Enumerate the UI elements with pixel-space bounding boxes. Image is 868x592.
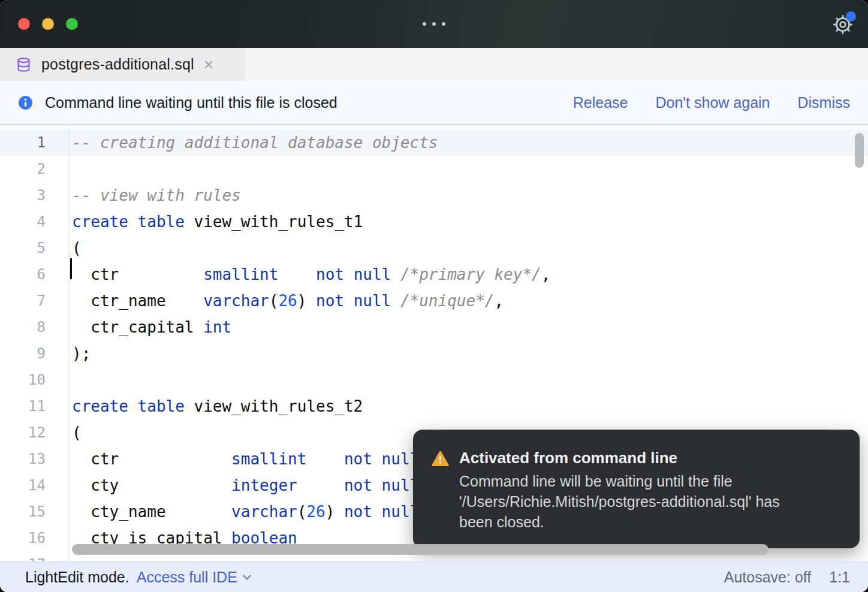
line-number: 16 [0, 525, 69, 551]
line-number: 5 [0, 235, 69, 261]
code-line: ctr_name varchar(26) not null /*unique*/… [72, 288, 868, 314]
tab-bar: postgres-additional.sql × [0, 48, 868, 81]
info-icon [18, 95, 33, 110]
code-line: create table view_with_rules_t2 [72, 393, 868, 419]
line-number: 13 [0, 446, 69, 472]
line-number: 15 [0, 499, 69, 525]
settings-button[interactable] [831, 13, 855, 37]
code-line: ctr_capital int [72, 314, 868, 340]
code-line: ctr smallint not null /*primary key*/, [72, 261, 868, 288]
horizontal-scrollbar[interactable] [72, 544, 768, 555]
code-line: ( [72, 235, 868, 261]
line-number: 9 [0, 340, 69, 367]
caret-position-widget[interactable]: 1:1 [829, 569, 850, 586]
line-number: 3 [0, 182, 69, 209]
line-number: 17 [0, 551, 69, 561]
code-line: -- creating additional database objects [72, 129, 868, 156]
database-icon [16, 56, 32, 74]
line-number: 14 [0, 472, 69, 499]
access-full-ide-link[interactable]: Access full IDE [137, 569, 252, 586]
line-number: 12 [0, 419, 69, 446]
chevron-down-icon [242, 573, 252, 581]
tab-title: postgres-additional.sql [41, 56, 194, 73]
code-line [72, 156, 868, 182]
gutter: 1234567891011121314151617 [0, 125, 70, 561]
line-number: 7 [0, 288, 69, 314]
text-caret [70, 258, 72, 279]
banner-actions: Release Don't show again Dismiss [573, 94, 850, 111]
line-number: 11 [0, 393, 69, 419]
line-number: 6 [0, 261, 69, 288]
lightedit-mode-label: LightEdit mode. [25, 569, 129, 586]
close-tab-icon[interactable]: × [204, 56, 213, 73]
status-right-widgets: Autosave: off 1:1 [724, 569, 850, 586]
code-line [72, 367, 868, 393]
notification-badge [846, 11, 856, 22]
zoom-window-button[interactable] [66, 18, 78, 30]
warning-icon [432, 451, 449, 467]
status-bar: LightEdit mode. Access full IDE Autosave… [0, 561, 868, 592]
ellipsis-icon [423, 22, 445, 26]
toast-body: Command line will be waiting until the f… [459, 471, 780, 532]
toast-title: Activated from command line [459, 448, 780, 468]
vertical-scrollbar[interactable] [855, 133, 864, 168]
line-number: 1 [0, 129, 69, 156]
line-number: 2 [0, 156, 69, 182]
title-bar [0, 0, 868, 48]
close-window-button[interactable] [18, 18, 30, 30]
code-line: create table view_with_rules_t1 [72, 209, 868, 235]
minimize-window-button[interactable] [42, 18, 54, 30]
dismiss-link[interactable]: Dismiss [798, 94, 851, 111]
banner-message: Command line waiting until this file is … [45, 94, 573, 111]
autosave-status[interactable]: Autosave: off [724, 569, 811, 586]
notification-banner: Command line waiting until this file is … [0, 81, 868, 125]
tab-postgres-additional-sql[interactable]: postgres-additional.sql × [0, 48, 245, 81]
ide-window: postgres-additional.sql × Command line w… [0, 0, 868, 592]
dont-show-again-link[interactable]: Don't show again [655, 94, 770, 111]
code-line: ); [72, 340, 868, 367]
traffic-lights [18, 18, 78, 30]
line-number: 8 [0, 314, 69, 340]
toast-notification[interactable]: Activated from command line Command line… [413, 430, 860, 548]
code-line: -- view with rules [72, 182, 868, 209]
line-number: 10 [0, 367, 69, 393]
line-number: 4 [0, 209, 69, 235]
toast-text: Activated from command line Command line… [459, 448, 780, 532]
release-link[interactable]: Release [573, 94, 628, 111]
